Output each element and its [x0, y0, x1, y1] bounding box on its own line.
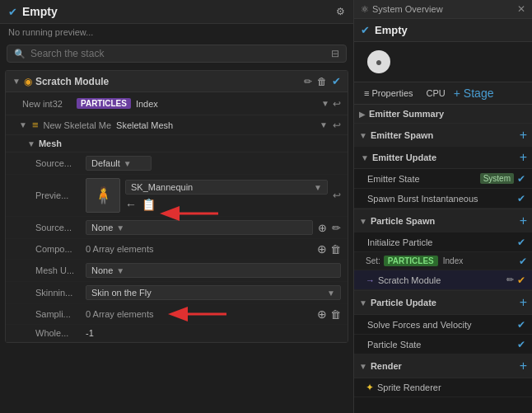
meshu-dropdown[interactable]: None ▼	[86, 263, 341, 278]
edit-icon[interactable]: ✏	[304, 76, 312, 87]
particle-icon: ●	[376, 55, 382, 68]
system-overview-close[interactable]: ✕	[517, 3, 525, 15]
emitter-spawn-section: ▼ Emitter Spawn + ▼ Emitter Update + Emi…	[354, 124, 532, 209]
skin-dropdown-arrow: ▼	[327, 289, 335, 298]
sk-dropdown-arrow: ▼	[314, 183, 322, 192]
particle-update-header[interactable]: ▼ Particle Update +	[354, 291, 532, 315]
skinning-row: Skinnin... Skin on the Fly ▼	[6, 282, 348, 304]
emitter-state-item: Emitter State System ✔	[354, 169, 532, 189]
add-stage-button[interactable]: + Stage	[454, 87, 494, 100]
emitter-spawn-add[interactable]: +	[520, 128, 527, 143]
particle-spawn-header[interactable]: ▼ Particle Spawn +	[354, 209, 532, 232]
browse-icon[interactable]: ←	[125, 198, 137, 211]
emitter-summary-header[interactable]: ▶ Emitter Summary	[354, 105, 532, 123]
search-input[interactable]	[30, 48, 331, 59]
filter-icon[interactable]: ⊟	[331, 48, 339, 59]
cpu-label: CPU	[427, 88, 446, 98]
left-panel: ✔ Empty ⚙ No running preview... 🔍 ⊟ ▼ ◉ …	[0, 0, 354, 413]
initialize-particle-item: Initialize Particle ✔	[354, 232, 532, 252]
tab-cpu[interactable]: CPU	[422, 86, 450, 101]
source-edit-icon[interactable]: ✏	[332, 222, 341, 234]
skinning-label: Skinnin...	[35, 288, 81, 298]
skm-undo[interactable]: ↩	[333, 120, 341, 131]
emitter-update-arrow: ▼	[361, 153, 369, 162]
sampling-del-icon[interactable]: 🗑	[330, 308, 341, 321]
undo-icon[interactable]: ↩	[333, 98, 341, 110]
source-add-icon[interactable]: ⊕	[318, 222, 327, 234]
left-header: ✔ Empty ⚙	[0, 0, 353, 24]
emitter-spawn-header[interactable]: ▼ Emitter Spawn +	[354, 124, 532, 147]
meshu-row: Mesh U... None ▼	[6, 260, 348, 282]
enabled-check[interactable]: ✔	[332, 75, 341, 87]
star-icon: ✦	[366, 382, 374, 393]
preview-label: Previe...	[35, 190, 81, 200]
particle-icon-circle: ●	[367, 50, 390, 73]
sk-dropdown[interactable]: SK_Mannequin ▼	[125, 180, 328, 195]
icon-row: ●	[354, 42, 532, 82]
gear-icon[interactable]: ⚙	[336, 6, 345, 17]
source-dropdown[interactable]: Default ▼	[86, 156, 152, 171]
emitter-spawn-title: Emitter Spawn	[371, 130, 516, 140]
render-add[interactable]: +	[520, 359, 527, 373]
compo-label: Compo...	[35, 244, 81, 254]
emitter-update-title: Emitter Update	[372, 153, 516, 162]
system-badge: System	[480, 173, 514, 184]
particle-state-item: Particle State ✔	[354, 335, 532, 354]
sampling-label: Sampli...	[35, 309, 81, 319]
index-suffix: Index	[443, 256, 463, 265]
compo-add-icon[interactable]: ⊕	[317, 242, 327, 256]
sampling-add-icon[interactable]: ⊕	[317, 307, 327, 321]
rp-tabs: ≡ Properties CPU + Stage	[354, 82, 532, 105]
preview-icons: ← 📋	[125, 198, 328, 211]
rp-check-icon: ✔	[361, 24, 370, 36]
scratch-edit-icon[interactable]: ✏	[506, 275, 514, 285]
particles-badge: PARTICLES	[77, 98, 131, 109]
particle-update-add[interactable]: +	[520, 295, 527, 310]
skm-collapse-icon[interactable]: ▼	[19, 120, 27, 129]
index-label: Index	[136, 99, 158, 109]
copy-icon[interactable]: 📋	[142, 198, 156, 211]
solve-forces-item: Solve Forces and Velocity ✔	[354, 315, 532, 335]
delete-icon[interactable]: 🗑	[317, 76, 327, 87]
module-header: ▼ ◉ Scratch Module ✏ 🗑 ✔	[6, 71, 348, 92]
no-preview-text: No running preview...	[0, 24, 353, 40]
search-bar: 🔍 ⊟	[7, 45, 347, 63]
init-particle-check: ✔	[517, 237, 525, 248]
check-icon: ✔	[8, 6, 17, 18]
compo-del-icon[interactable]: 🗑	[330, 243, 341, 256]
emitter-update-header[interactable]: ▼ Emitter Update +	[354, 147, 532, 169]
solve-forces-check: ✔	[517, 319, 525, 331]
render-header[interactable]: ▼ Render +	[354, 354, 532, 378]
emitter-summary-section: ▶ Emitter Summary	[354, 105, 532, 124]
chevron-down-icon[interactable]: ▼	[321, 99, 329, 108]
int32-row: New int32 PARTICLES Index ▼ ↩	[6, 92, 348, 115]
meshu-label: Mesh U...	[35, 265, 81, 275]
preview-right: SK_Mannequin ▼ ← 📋	[125, 180, 328, 211]
spawn-burst-check: ✔	[517, 193, 525, 204]
int32-row-actions: ▼ ↩	[321, 98, 341, 110]
properties-icon: ≡	[364, 88, 369, 98]
source-dropdown-arrow: ▼	[124, 159, 132, 168]
mesh-collapse-icon[interactable]: ▼	[27, 139, 35, 148]
meshu-dropdown-arrow: ▼	[116, 266, 124, 275]
tab-properties[interactable]: ≡ Properties	[359, 86, 418, 101]
particle-spawn-title: Particle Spawn	[371, 216, 516, 226]
spawn-burst-item: Spawn Burst Instantaneous ✔	[354, 189, 532, 209]
collapse-icon[interactable]: ▼	[12, 77, 21, 86]
skm-name: Skeletal Mesh	[116, 120, 315, 130]
whole-label: Whole...	[35, 328, 81, 338]
none-dropdown[interactable]: None ▼	[86, 220, 313, 235]
module-actions: ✏ 🗑 ✔	[304, 75, 341, 87]
particle-spawn-add[interactable]: +	[520, 214, 527, 228]
skin-dropdown[interactable]: Skin on the Fly ▼	[86, 285, 341, 300]
search-icon: 🔍	[14, 49, 26, 59]
emitter-state-label: Emitter State	[367, 174, 477, 184]
whole-row: Whole... -1	[6, 325, 348, 342]
skm-chevron[interactable]: ▼	[320, 120, 328, 129]
whole-value: -1	[86, 328, 94, 338]
emitter-update-add[interactable]: +	[520, 150, 527, 165]
left-title: Empty	[22, 5, 58, 18]
scratch-arrow-icon: →	[366, 275, 375, 285]
preview-undo[interactable]: ↩	[333, 190, 341, 201]
right-panel: ⚛ System Overview ✕ ✔ Empty ● ≡ Properti…	[354, 0, 532, 413]
